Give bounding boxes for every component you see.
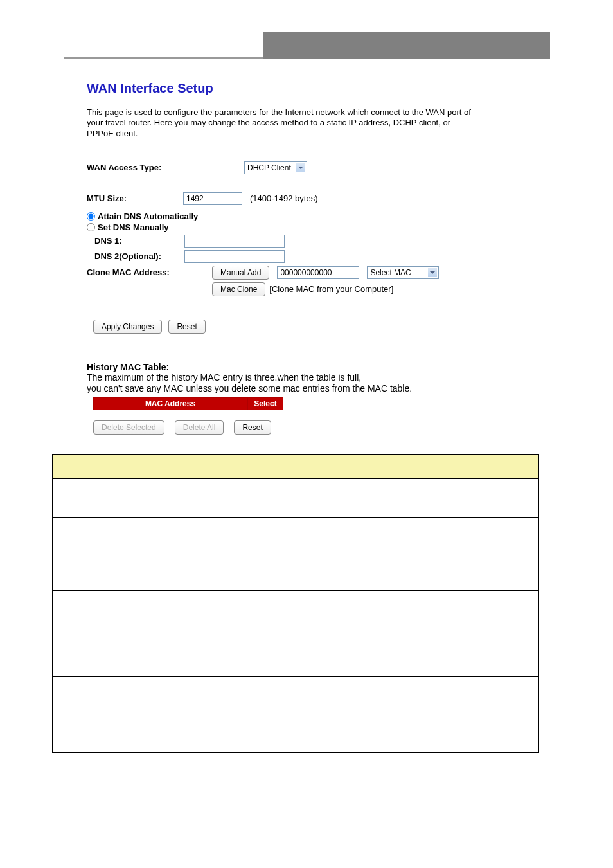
- clone-mac-label: Clone MAC Address:: [87, 267, 212, 277]
- header-gray-block: [263, 32, 550, 59]
- history-reset-button[interactable]: Reset: [234, 420, 271, 435]
- mac-input[interactable]: [277, 266, 359, 279]
- history-text-2: you can't save any MAC unless you delete…: [87, 383, 549, 395]
- mtu-input[interactable]: [183, 192, 242, 205]
- def-col2-header: [204, 454, 539, 478]
- definition-table: [52, 454, 539, 753]
- reset-button[interactable]: Reset: [168, 320, 205, 334]
- table-cell: [204, 590, 539, 628]
- mac-table-col-select: Select: [248, 398, 283, 410]
- select-mac-dropdown[interactable]: Select MAC: [367, 266, 439, 279]
- table-cell: [53, 628, 204, 676]
- history-title: History MAC Table:: [87, 362, 549, 372]
- separator: [87, 143, 472, 143]
- mac-clone-hint: [Clone MAC from your Computer]: [269, 284, 393, 294]
- def-col1-header: [53, 454, 204, 478]
- table-cell: [53, 478, 204, 517]
- delete-selected-button[interactable]: Delete Selected: [93, 420, 164, 435]
- table-cell: [53, 676, 204, 752]
- table-cell: [204, 478, 539, 517]
- table-cell: [53, 590, 204, 628]
- dns-auto-radio[interactable]: [87, 212, 95, 221]
- manual-add-button[interactable]: Manual Add: [212, 266, 269, 280]
- dns2-input[interactable]: [184, 250, 285, 263]
- dns2-label: DNS 2(Optional):: [94, 251, 184, 261]
- mac-clone-button[interactable]: Mac Clone: [212, 282, 265, 296]
- table-cell: [204, 676, 539, 752]
- page-title: WAN Interface Setup: [87, 81, 549, 96]
- wan-access-type-select[interactable]: DHCP Client: [244, 161, 307, 174]
- dns1-label: DNS 1:: [94, 236, 184, 246]
- mtu-label: MTU Size:: [87, 194, 183, 203]
- history-text-1: The maximum of the history MAC entry is …: [87, 372, 549, 384]
- mac-table-col-mac: MAC Address: [94, 398, 248, 410]
- table-cell: [53, 517, 204, 590]
- intro-text: This page is used to configure the param…: [87, 107, 472, 139]
- dns1-input[interactable]: [184, 235, 285, 248]
- mac-table: MAC Address Select: [93, 397, 283, 410]
- wan-access-type-label: WAN Access Type:: [87, 163, 183, 172]
- dns-manual-label[interactable]: Set DNS Manually: [98, 222, 169, 232]
- mtu-hint: (1400-1492 bytes): [250, 194, 318, 203]
- dns-manual-radio[interactable]: [87, 223, 95, 231]
- header-bar: [64, 32, 550, 59]
- table-cell: [204, 628, 539, 676]
- apply-changes-button[interactable]: Apply Changes: [93, 320, 162, 334]
- dns-auto-label[interactable]: Attain DNS Automatically: [98, 212, 198, 221]
- table-cell: [204, 517, 539, 590]
- delete-all-button[interactable]: Delete All: [175, 420, 224, 435]
